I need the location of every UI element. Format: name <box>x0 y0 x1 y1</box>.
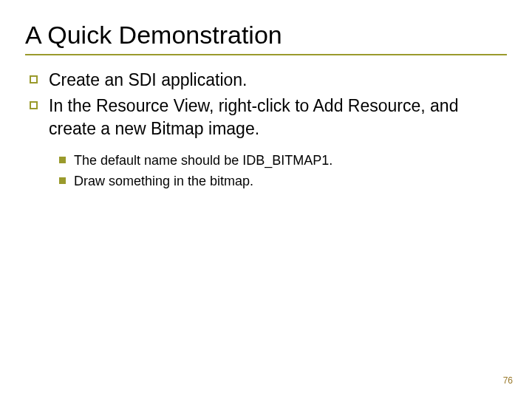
list-item: Draw something in the bitmap. <box>58 171 507 191</box>
title-divider <box>25 54 507 55</box>
list-item: The default name should be IDB_BITMAP1. <box>58 151 507 170</box>
list-item: In the Resource View, right-click to Add… <box>28 95 507 140</box>
slide-title: A Quick Demonstration <box>25 21 507 50</box>
bullet-list: Create an SDI application. In the Resour… <box>28 69 507 140</box>
sub-bullet-list: The default name should be IDB_BITMAP1. … <box>58 151 507 191</box>
slide: A Quick Demonstration Create an SDI appl… <box>0 0 532 399</box>
page-number: 76 <box>503 375 513 386</box>
list-item: Create an SDI application. <box>28 69 507 92</box>
